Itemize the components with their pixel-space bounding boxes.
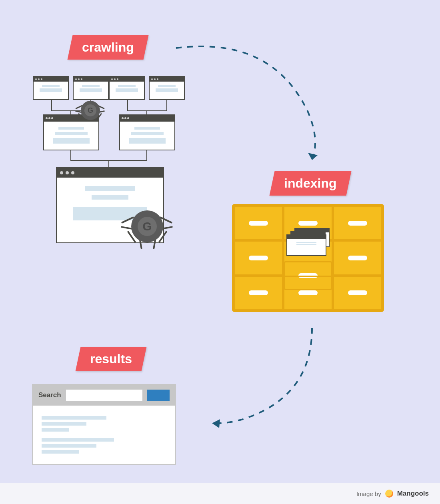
results-label-text: results: [90, 352, 132, 366]
googlebot-spider-icon: G: [81, 101, 100, 120]
page-thumbnail: [119, 114, 175, 150]
drawer: [234, 276, 283, 310]
crawling-label-text: crawling: [82, 40, 134, 55]
search-button: [147, 390, 170, 401]
search-label: Search: [38, 391, 61, 399]
results-illustration: Search: [32, 384, 176, 465]
index-cabinet-icon: [232, 204, 384, 312]
crawling-label: crawling: [68, 35, 149, 60]
googlebot-spider-icon: G: [131, 210, 163, 242]
mangools-logo-icon: [385, 490, 393, 498]
page-thumbnail: [149, 76, 185, 100]
indexed-page-icon: [286, 234, 326, 256]
indexing-label-text: indexing: [284, 176, 337, 191]
page-thumbnail: [33, 76, 69, 100]
arrow-indexing-to-results: [184, 324, 336, 436]
svg-marker-1: [212, 419, 220, 428]
footer-brand: Mangools: [397, 490, 429, 498]
drawer: [333, 240, 382, 275]
drawer: [234, 206, 283, 240]
drawer-open: [283, 240, 333, 275]
arrow-crawling-to-indexing: [168, 40, 336, 176]
footer-prefix: Image by: [356, 490, 381, 497]
footer-attribution: Image by Mangools: [0, 483, 440, 504]
page-thumbnail: [109, 76, 145, 100]
page-thumbnail: [73, 76, 109, 100]
indexing-illustration: [232, 204, 384, 312]
drawer: [234, 240, 283, 275]
drawer: [333, 206, 382, 240]
search-input: [66, 390, 142, 401]
drawer: [333, 276, 382, 310]
drawer: [283, 276, 333, 310]
search-results-list: [33, 406, 175, 464]
results-label: results: [76, 347, 147, 371]
svg-marker-0: [308, 153, 318, 160]
